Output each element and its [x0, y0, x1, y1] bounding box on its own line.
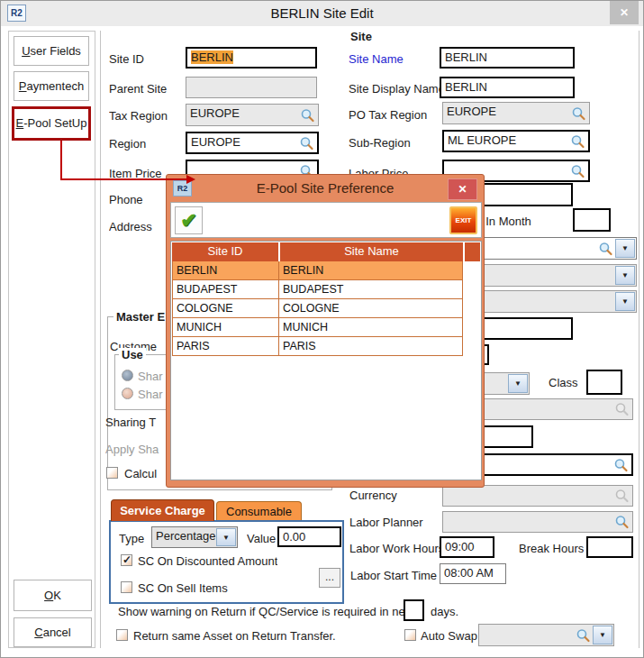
calculate-checkbox[interactable] — [106, 467, 118, 479]
use-group-title: Use — [119, 348, 146, 361]
dialog-close-button[interactable]: ✕ — [448, 178, 477, 200]
address-label: Address — [109, 220, 152, 233]
epool-setup-button[interactable]: E-Pool SetUp — [12, 106, 91, 141]
site-name-input[interactable]: BERLIN — [440, 47, 575, 69]
table-row[interactable]: PARISPARIS — [173, 337, 462, 356]
qc-warning-days-input[interactable] — [404, 599, 424, 621]
search-icon[interactable] — [300, 107, 315, 123]
epool-connector-line — [60, 141, 62, 179]
labor-work-hours-label: Labor Work Hours — [349, 542, 444, 555]
chevron-down-icon[interactable]: ▼ — [615, 239, 635, 258]
cancel-button[interactable]: Cancel — [14, 617, 92, 647]
epool-connector-line — [60, 178, 186, 180]
sc-discounted-label: SC On Discounted Amount — [138, 554, 277, 568]
site-display-name-label: Site Display Name — [349, 82, 445, 96]
chevron-down-icon[interactable]: ▼ — [508, 374, 528, 393]
site-id-cell: MUNICH — [173, 318, 279, 336]
site-name-cell: BUDAPEST — [279, 280, 462, 298]
site-id-cell: BERLIN — [173, 261, 279, 279]
value-input[interactable]: 0.00 — [277, 526, 341, 547]
exit-button[interactable]: EXIT — [449, 206, 477, 234]
sub-region-label: Sub-Region — [349, 136, 411, 150]
share-radio-1 — [122, 370, 133, 381]
dialog-toolbar: ✔ EXIT — [170, 202, 482, 238]
site-name-cell: MUNICH — [279, 318, 462, 336]
chevron-down-icon[interactable]: ▼ — [615, 266, 635, 285]
po-tax-region-lookup[interactable]: EUROPE — [442, 102, 590, 124]
auto-swap-lookup[interactable]: ▼ — [478, 624, 614, 646]
search-icon[interactable] — [576, 627, 591, 643]
search-icon[interactable] — [598, 241, 613, 256]
break-hours-input[interactable] — [586, 536, 633, 558]
form-right-divider — [639, 31, 639, 648]
dialog-titlebar[interactable]: E-Pool Site Preference — [167, 175, 484, 202]
search-icon — [614, 402, 630, 417]
more-options-button[interactable]: ... — [319, 568, 340, 588]
site-id-column-header[interactable]: Site ID — [172, 242, 278, 261]
sub-region-lookup[interactable]: ML EUROPE — [442, 130, 590, 152]
site-id-selected-text: BERLIN — [191, 50, 233, 64]
table-row[interactable]: BUDAPESTBUDAPEST — [173, 280, 462, 299]
site-name-cell: COLOGNE — [279, 299, 462, 317]
return-same-asset-checkbox[interactable] — [116, 629, 128, 641]
form-left-divider — [100, 31, 101, 648]
search-icon[interactable] — [299, 135, 314, 151]
days-in-month-input[interactable] — [573, 208, 611, 232]
class-input[interactable] — [586, 370, 622, 395]
type-dropdown[interactable]: Percentage ▼ — [151, 526, 238, 548]
tab-service-charge[interactable]: Service Charge — [111, 499, 214, 521]
search-icon[interactable] — [614, 515, 630, 530]
site-name-column-header[interactable]: Site Name — [280, 242, 463, 261]
tax-region-lookup[interactable]: EUROPE — [186, 104, 319, 126]
auto-swap-label: Auto Swap — [421, 629, 477, 643]
site-edit-window: R2 BERLIN Site Edit ✕ User Fields Paymen… — [0, 0, 644, 658]
site-display-name-input[interactable]: BERLIN — [440, 77, 575, 98]
site-name-cell: PARIS — [279, 337, 462, 355]
table-row[interactable]: COLOGNECOLOGNE — [173, 299, 462, 318]
chevron-down-icon[interactable]: ▼ — [216, 528, 236, 546]
sc-discounted-checkbox[interactable] — [121, 554, 132, 566]
sharing-label: Sharing T — [105, 416, 166, 429]
table-header-filler — [465, 242, 480, 261]
sc-sell-items-checkbox[interactable] — [121, 581, 132, 593]
search-icon — [614, 489, 630, 504]
search-icon[interactable] — [570, 163, 585, 178]
site-preference-table: Site ID Site Name BERLINBERLINBUDAPESTBU… — [170, 241, 482, 480]
site-name-label: Site Name — [349, 52, 404, 66]
qc-warning-suffix: days. — [431, 605, 458, 618]
tab-consumable[interactable]: Consumable — [216, 501, 302, 521]
search-icon[interactable] — [613, 457, 629, 472]
auto-swap-checkbox[interactable] — [404, 629, 416, 641]
site-id-cell: PARIS — [173, 337, 279, 355]
search-icon[interactable] — [571, 105, 586, 121]
window-titlebar[interactable]: R2 BERLIN Site Edit ✕ — [1, 1, 643, 26]
labor-start-time-input[interactable]: 08:00 AM — [440, 563, 506, 584]
epool-connector-arrowhead-icon — [186, 175, 195, 184]
table-row[interactable]: BERLINBERLIN — [173, 261, 462, 280]
share-radio-2-label: Shar — [138, 388, 166, 401]
qc-warning-text: Show warning on Return if QC/Service is … — [118, 605, 414, 618]
chevron-down-icon[interactable]: ▼ — [593, 626, 612, 644]
site-id-cell: BUDAPEST — [173, 280, 279, 298]
site-section-title: Site — [109, 30, 613, 43]
type-value: Percentage — [156, 529, 216, 543]
paymentech-button[interactable]: Paymentech — [14, 71, 89, 101]
sub-region-value: ML EUROPE — [448, 133, 516, 147]
accept-check-button[interactable]: ✔ — [175, 206, 203, 234]
labor-planner-label: Labor Planner — [349, 516, 423, 529]
region-value: EUROPE — [191, 135, 240, 149]
calculate-label: Calcul — [124, 467, 166, 480]
user-fields-button[interactable]: User Fields — [14, 36, 89, 66]
chevron-down-icon[interactable]: ▼ — [615, 292, 635, 311]
labor-planner-lookup[interactable] — [442, 511, 633, 533]
region-lookup[interactable]: EUROPE — [186, 132, 319, 154]
labor-work-hours-input[interactable]: 09:00 — [440, 536, 494, 558]
phone-label: Phone — [109, 193, 143, 206]
ok-button[interactable]: OK — [14, 580, 92, 611]
site-id-input[interactable]: BERLIN — [186, 47, 317, 69]
epool-site-preference-dialog: E-Pool Site Preference R2 ✕ ✔ EXIT Site … — [166, 174, 485, 488]
search-icon[interactable] — [570, 133, 585, 149]
window-close-button[interactable]: ✕ — [610, 1, 639, 24]
window-title: BERLIN Site Edit — [1, 1, 643, 26]
table-row[interactable]: MUNICHMUNICH — [173, 318, 462, 337]
